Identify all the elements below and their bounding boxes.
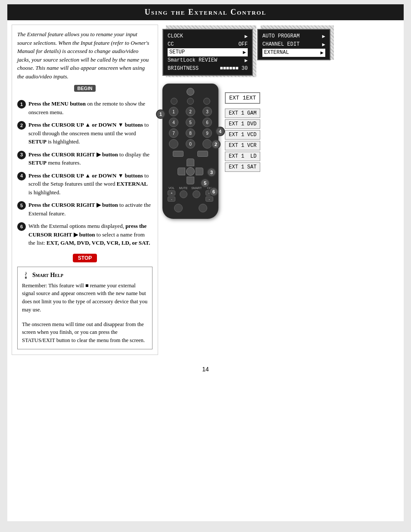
num-4-button[interactable]: 4 (169, 118, 178, 127)
menu-row-btns (166, 151, 215, 157)
step-2-badge: 2 (17, 121, 26, 130)
page-header: Using the External Control (7, 4, 404, 20)
stop-container: STOP (17, 252, 153, 262)
smart-help-title: Smart Help (22, 271, 148, 279)
circle-4: 4 (215, 127, 225, 136)
prev-button[interactable] (202, 139, 212, 149)
menu-row-brightness: BRIGHTNESS ■■■■■■ 30 (168, 65, 248, 72)
num-5-button[interactable]: 5 (186, 118, 195, 127)
ext-item-vcd: EXT 1 VCD (225, 130, 260, 140)
smart-button[interactable] (193, 190, 200, 198)
nav-center (186, 167, 195, 176)
num-2-button[interactable]: 2 (186, 107, 195, 116)
num-9-button[interactable]: 9 (202, 128, 212, 138)
remote-wrapper: 1 4 2 3 5 6 (162, 84, 218, 219)
num-7-button[interactable]: 7 (169, 128, 178, 138)
ext-main-box: EXT 1 EXT (225, 92, 260, 104)
step-3-text: Press the CURSOR RIGHT ▶ button to displ… (28, 150, 153, 167)
main-menu-box: CLOCK ▶ CC OFF SETUP ▶ SmartLock REVIE (162, 29, 253, 76)
num-1-button[interactable]: 1 (169, 107, 178, 116)
main-content: The External feature allows you to renam… (7, 20, 404, 359)
begin-badge: BEGIN (74, 85, 96, 92)
ch-minus-button[interactable]: - (206, 196, 213, 202)
ext-list: EXT 1 GAM EXT 1 DVD EXT 1 VCD EXT 1 (225, 109, 260, 172)
ext-item-vcr: EXT 1 VCR (225, 141, 260, 150)
num-6-button[interactable]: 6 (202, 118, 212, 127)
smart-help-box: Smart Help Remember: This feature will ■… (17, 267, 153, 349)
step-6: 6 With the External options menu display… (17, 222, 153, 247)
submenu-box: AUTO PROGRAM ▶ CHANNEL EDIT ▶ EXTERNAL ▶ (257, 29, 330, 60)
stop-badge: STOP (73, 254, 97, 262)
step-3: 3 Press the CURSOR RIGHT ▶ button to dis… (17, 150, 153, 167)
mute-group: MUTE (179, 187, 188, 202)
remote-control: 1 2 3 4 5 6 7 8 9 0 (162, 84, 218, 219)
circle-2: 2 (211, 140, 221, 149)
smart-group: SMART (191, 187, 202, 202)
remote-icons-row (166, 98, 215, 105)
menu-row-clock: CLOCK ▶ (168, 32, 248, 40)
step-5: 5 Press the CURSOR RIGHT ▶ button to act… (17, 201, 153, 218)
step-2: 2 Press the CURSOR UP ▲ or DOWN ▼ button… (17, 121, 153, 146)
menus-row: CLOCK ▶ CC OFF SETUP ▶ SmartLock REVIE (162, 29, 399, 76)
page-container: Using the External Control The External … (7, 4, 404, 521)
step-1-text: Press the MENU button on the remote to s… (28, 100, 153, 116)
menu-button[interactable] (173, 151, 184, 157)
sleep-button[interactable] (203, 98, 210, 105)
step-5-badge: 5 (17, 201, 26, 210)
ext-main-value: EXT (246, 95, 256, 101)
ext-item-ld: EXT 1 LD (225, 152, 260, 161)
remote-top (166, 88, 215, 96)
enter-button[interactable] (197, 151, 208, 157)
power-button[interactable] (187, 88, 194, 96)
menu-row-cc: CC OFF (168, 40, 248, 48)
ext-item-sat: EXT 1 SAT (225, 162, 260, 172)
intro-text: The External feature allows you to renam… (17, 30, 153, 81)
step-4-badge: 4 (17, 172, 26, 180)
circle-1: 1 (156, 109, 165, 119)
page-title: Using the External Control (145, 8, 267, 16)
numpad: 1 2 3 4 5 6 7 8 9 0 (166, 107, 215, 149)
picture-button[interactable] (199, 204, 207, 212)
step-6-badge: 6 (17, 222, 26, 231)
num-8-button[interactable]: 8 (186, 128, 195, 138)
mute-button[interactable] (180, 190, 187, 198)
step-4: 4 Press the CURSOR UP ▲ or DOWN ▼ button… (17, 171, 153, 197)
right-panel: CLOCK ▶ CC OFF SETUP ▶ SmartLock REVIE (162, 25, 399, 355)
cursor-up-button[interactable] (187, 159, 194, 166)
num-0-button[interactable]: 0 (186, 139, 195, 149)
cursor-right-button[interactable] (196, 168, 203, 175)
smart-help-text2: The onscreen menu will time out and disa… (22, 320, 148, 345)
circle-3: 3 (207, 168, 216, 177)
sound-button[interactable] (174, 204, 183, 212)
cc-button[interactable] (171, 98, 177, 105)
num-3-button[interactable]: 3 (202, 107, 212, 116)
step-1: 1 Press the MENU button on the remote to… (17, 100, 153, 116)
step-3-badge: 3 (17, 151, 26, 159)
vol-group: VOL + - (168, 187, 175, 202)
page-number: 14 (7, 359, 404, 379)
vol-plus-button[interactable]: + (168, 190, 175, 196)
ext-item-dvd: EXT 1 DVD (225, 119, 260, 129)
cursor-left-button[interactable] (177, 168, 185, 175)
vol-minus-button[interactable]: - (168, 196, 175, 202)
ext-main-label: EXT 1 (229, 95, 246, 101)
left-panel: The External feature allows you to renam… (12, 25, 158, 355)
remote-ext-row: 1 4 2 3 5 6 (162, 84, 399, 219)
cursor-down-button[interactable] (187, 177, 194, 184)
menu-row-setup: SETUP ▶ (168, 48, 248, 56)
aux-button[interactable] (169, 139, 178, 149)
step-5-text: Press the CURSOR RIGHT ▶ button to activ… (28, 201, 153, 218)
nav-cluster (177, 159, 203, 184)
submenu-row-external: EXTERNAL ▶ (262, 49, 325, 57)
vol-ch-row: VOL + - MUTE SMART (166, 187, 215, 202)
smart-help-heading: Smart Help (32, 272, 63, 279)
step-2-text: Press the CURSOR UP ▲ or DOWN ▼ buttons … (28, 121, 153, 146)
smart-help-icon (22, 271, 30, 279)
submenu-row-chanedit: CHANNEL EDIT ▶ (262, 40, 325, 49)
circle-5: 5 (200, 178, 210, 188)
clock-button[interactable] (187, 98, 194, 105)
main-menu-area: CLOCK ▶ CC OFF SETUP ▶ SmartLock REVIE (162, 29, 253, 76)
submenu-row-autoprog: AUTO PROGRAM ▶ (262, 32, 325, 40)
bottom-btns (166, 204, 215, 212)
step-1-badge: 1 (17, 100, 26, 109)
